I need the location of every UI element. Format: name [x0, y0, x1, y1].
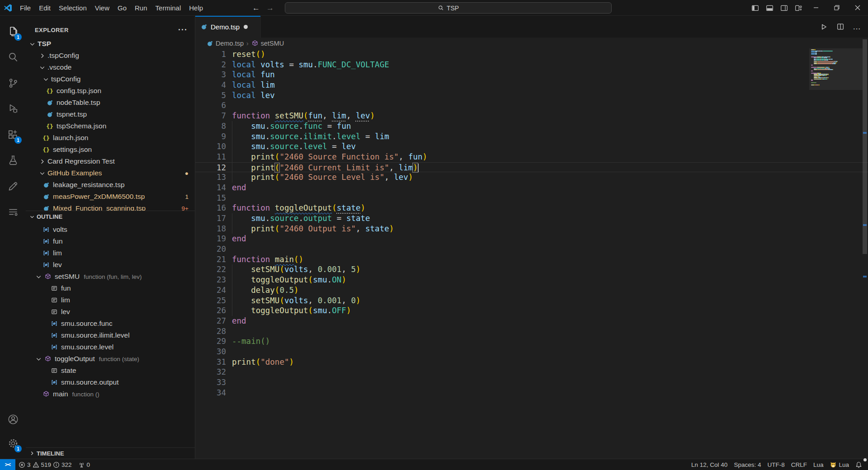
- language-mode-status[interactable]: Lua: [810, 459, 827, 470]
- activity-files-icon[interactable]: 1: [0, 21, 26, 42]
- code-line-10[interactable]: 10 smu.source.level = lev: [195, 141, 868, 152]
- line-number[interactable]: 33: [195, 377, 226, 388]
- outline-item-toggleoutput[interactable]: toggleOutputfunction (state): [26, 353, 195, 365]
- line-number[interactable]: 13: [195, 172, 226, 183]
- tree-item-measpower-2xdmm6500-tsp[interactable]: measPower_2xDMM6500.tsp1: [26, 191, 195, 202]
- activity-source-control-icon[interactable]: [0, 73, 26, 94]
- code-line-12[interactable]: 12 print("2460 Current Limit is", lim): [195, 162, 868, 173]
- line-number[interactable]: 20: [195, 244, 226, 254]
- code-line-29[interactable]: 29--main(): [195, 336, 868, 347]
- menu-edit[interactable]: Edit: [35, 0, 55, 16]
- line-number[interactable]: 23: [195, 275, 226, 285]
- code-line-19[interactable]: 19end: [195, 234, 868, 244]
- menu-run[interactable]: Run: [131, 0, 151, 16]
- nav-back-button[interactable]: ←: [252, 4, 260, 13]
- outline-item-state[interactable]: state: [26, 365, 195, 376]
- run-file-button[interactable]: [820, 23, 828, 31]
- tree-item-tspconfig[interactable]: tspConfig: [26, 73, 195, 85]
- code-line-14[interactable]: 14end: [195, 183, 868, 193]
- outline-item-volts[interactable]: volts: [26, 224, 195, 235]
- code-line-5[interactable]: 5local lev: [195, 90, 868, 101]
- code-line-31[interactable]: 31print("done"): [195, 357, 868, 367]
- menu-help[interactable]: Help: [185, 0, 207, 16]
- toggle-secondary-sidebar-button[interactable]: [777, 0, 791, 16]
- notifications-bell[interactable]: [852, 459, 865, 470]
- views-more-actions-button[interactable]: ···: [178, 25, 188, 35]
- outline-item-lim[interactable]: lim: [26, 247, 195, 259]
- code-line-7[interactable]: 7function setSMU(fun, lim, lev): [195, 111, 868, 121]
- line-number[interactable]: 14: [195, 183, 226, 193]
- code-line-11[interactable]: 11 print("2460 Source Function is", fun): [195, 152, 868, 162]
- chevron-down-icon[interactable]: [38, 169, 46, 177]
- code-line-17[interactable]: 17 smu.source.output = state: [195, 213, 868, 224]
- line-number[interactable]: 8: [195, 121, 226, 132]
- activity-run-debug-icon[interactable]: [0, 98, 26, 119]
- scrollbar-thumb[interactable]: [863, 39, 867, 254]
- chevron-down-icon[interactable]: [42, 75, 49, 83]
- line-number[interactable]: 15: [195, 193, 226, 203]
- breadcrumb-demo-tsp[interactable]: Demo.tsp: [207, 40, 244, 47]
- tree-item-tsp[interactable]: TSP: [26, 38, 195, 50]
- code-line-15[interactable]: 15: [195, 193, 868, 203]
- cursor-position-status[interactable]: Ln 12, Col 40: [688, 459, 731, 470]
- remote-indicator[interactable]: ><: [0, 459, 15, 470]
- activity-test-beaker-icon[interactable]: [0, 150, 26, 171]
- outline-item-lev[interactable]: lev: [26, 306, 195, 318]
- outline-item-lev[interactable]: lev: [26, 259, 195, 271]
- line-number[interactable]: 10: [195, 141, 226, 152]
- tree-item-github-examples[interactable]: GitHub Examples●: [26, 167, 195, 179]
- code-line-33[interactable]: 33: [195, 377, 868, 388]
- minimap[interactable]: [811, 49, 862, 89]
- code-line-4[interactable]: 4local lim: [195, 80, 868, 90]
- tree-item-tspnet-tsp[interactable]: tspnet.tsp: [26, 108, 195, 120]
- code-line-9[interactable]: 9 smu.source.ilimit.level = lim: [195, 132, 868, 142]
- outline-item-main[interactable]: mainfunction (): [26, 388, 195, 400]
- toggle-panel-button[interactable]: [762, 0, 777, 16]
- line-number[interactable]: 1: [195, 49, 226, 60]
- code-line-8[interactable]: 8 smu.source.func = fun: [195, 121, 868, 132]
- menu-selection[interactable]: Selection: [55, 0, 91, 16]
- code-line-27[interactable]: 27end: [195, 316, 868, 326]
- chevron-down-icon[interactable]: [35, 355, 42, 362]
- code-line-34[interactable]: 34: [195, 388, 868, 398]
- line-number[interactable]: 22: [195, 264, 226, 275]
- code-line-13[interactable]: 13 print("2460 Source Level is", lev): [195, 172, 868, 183]
- code-editor[interactable]: 1reset()2local volts = smu.FUNC_DC_VOLTA…: [195, 49, 868, 459]
- tree-item-nodetable-tsp[interactable]: nodeTable.tsp: [26, 97, 195, 108]
- line-number[interactable]: 4: [195, 80, 226, 90]
- problems-status[interactable]: 3 519 322: [15, 459, 75, 470]
- code-line-2[interactable]: 2local volts = smu.FUNC_DC_VOLTAGE: [195, 60, 868, 70]
- menu-file[interactable]: File: [16, 0, 35, 16]
- activity-account-icon[interactable]: [0, 409, 26, 430]
- chevron-right-icon[interactable]: [38, 158, 46, 165]
- code-line-26[interactable]: 26 toggleOutput(smu.OFF): [195, 306, 868, 316]
- code-line-6[interactable]: 6: [195, 100, 868, 111]
- line-number[interactable]: 3: [195, 70, 226, 80]
- minimize-button[interactable]: [806, 0, 826, 16]
- close-window-button[interactable]: [847, 0, 868, 16]
- line-number[interactable]: 9: [195, 132, 226, 142]
- line-number[interactable]: 6: [195, 100, 226, 111]
- outline-section-header[interactable]: OUTLINE: [26, 211, 195, 222]
- line-number[interactable]: 27: [195, 316, 226, 326]
- line-number[interactable]: 25: [195, 296, 226, 306]
- tree-item-settings-json[interactable]: {}settings.json: [26, 144, 195, 155]
- split-editor-button[interactable]: [836, 23, 844, 31]
- editor-more-actions-button[interactable]: …: [853, 22, 861, 32]
- tree-item-tspschema-json[interactable]: {}tspSchema.json: [26, 120, 195, 132]
- line-number[interactable]: 21: [195, 254, 226, 265]
- eol-status[interactable]: CRLF: [788, 459, 810, 470]
- code-line-3[interactable]: 3local fun: [195, 70, 868, 80]
- line-number[interactable]: 24: [195, 285, 226, 296]
- editor-scrollbar[interactable]: [862, 38, 868, 459]
- code-line-21[interactable]: 21function main(): [195, 254, 868, 265]
- line-number[interactable]: 31: [195, 357, 226, 367]
- line-number[interactable]: 11: [195, 152, 226, 162]
- tree-item-card-regression-test[interactable]: Card Regression Test: [26, 155, 195, 167]
- code-line-28[interactable]: 28: [195, 326, 868, 337]
- line-number[interactable]: 19: [195, 234, 226, 244]
- chevron-right-icon[interactable]: [38, 52, 46, 59]
- tab-demo-tsp[interactable]: Demo.tsp: [195, 16, 261, 38]
- outline-item-fun[interactable]: fun: [26, 235, 195, 247]
- restore-button[interactable]: [826, 0, 847, 16]
